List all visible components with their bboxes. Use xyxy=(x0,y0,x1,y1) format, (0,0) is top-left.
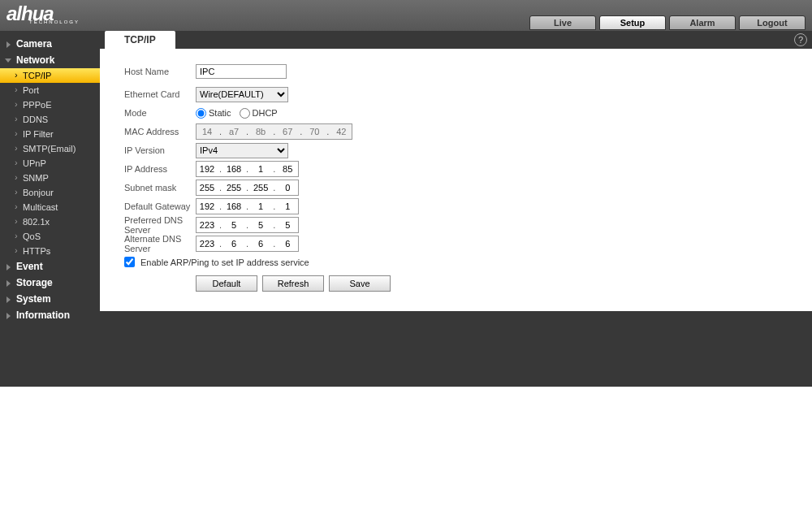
ip-oct-0[interactable] xyxy=(197,162,218,176)
tabbar: TCP/IP ? xyxy=(100,31,812,49)
ip-oct-1[interactable] xyxy=(223,162,244,176)
brand-name: alhua xyxy=(6,7,80,21)
nav-live[interactable]: Live xyxy=(529,15,596,30)
mode-dhcp-radio[interactable] xyxy=(240,108,250,119)
gw-oct-0[interactable] xyxy=(197,199,218,214)
sidebar-item-8021x[interactable]: 802.1x xyxy=(0,214,100,229)
ip-oct-3[interactable] xyxy=(277,162,298,176)
mac-oct-5 xyxy=(330,124,352,139)
topbar: alhua TECHNOLOGY Live Setup Alarm Logout xyxy=(0,0,812,31)
pdns-oct-3[interactable] xyxy=(277,218,298,232)
ip-group: ... xyxy=(196,161,299,177)
sidebar-item-https[interactable]: HTTPs xyxy=(0,244,100,258)
sidebar-item-snmp[interactable]: SNMP xyxy=(0,171,100,185)
sidebar-item-smtpemail[interactable]: SMTP(Email) xyxy=(0,141,100,156)
save-button[interactable]: Save xyxy=(329,275,391,292)
adns-oct-0[interactable] xyxy=(197,236,218,251)
sidebar: Camera Network TCP/IPPortPPPoEDDNSIP Fil… xyxy=(0,31,100,387)
pdns-oct-1[interactable] xyxy=(223,218,244,232)
label-dhcp: DHCP xyxy=(253,108,278,118)
hostname-input[interactable] xyxy=(196,64,287,79)
nav-alarm[interactable]: Alarm xyxy=(669,15,736,30)
main: Camera Network TCP/IPPortPPPoEDDNSIP Fil… xyxy=(0,31,812,387)
gw-group: ... xyxy=(196,198,299,214)
content-wrap: TCP/IP ? Host Name Ethernet Card Wire(DE… xyxy=(100,31,812,387)
sidebar-storage[interactable]: Storage xyxy=(0,275,100,291)
sidebar-network[interactable]: Network xyxy=(0,52,100,68)
sidebar-item-upnp[interactable]: UPnP xyxy=(0,156,100,171)
mask-oct-0[interactable] xyxy=(197,180,218,195)
mask-oct-3[interactable] xyxy=(277,180,298,195)
arp-checkbox[interactable] xyxy=(124,257,135,267)
label-ipaddr: IP Address xyxy=(124,164,196,174)
sidebar-item-port[interactable]: Port xyxy=(0,83,100,97)
sidebar-event[interactable]: Event xyxy=(0,258,100,275)
adns-oct-2[interactable] xyxy=(250,236,271,251)
sidebar-item-ipfilter[interactable]: IP Filter xyxy=(0,127,100,141)
label-mode: Mode xyxy=(124,108,196,118)
mask-oct-1[interactable] xyxy=(223,180,244,195)
ipver-select[interactable]: IPv4 xyxy=(196,143,288,158)
ethcard-select[interactable]: Wire(DEFAULT) xyxy=(196,87,288,102)
tab-tcpip[interactable]: TCP/IP xyxy=(105,31,175,49)
label-hostname: Host Name xyxy=(124,67,196,76)
adns-oct-3[interactable] xyxy=(277,236,298,251)
sidebar-item-bonjour[interactable]: Bonjour xyxy=(0,185,100,200)
adns-group: ... xyxy=(196,236,299,252)
label-mac: MAC Address xyxy=(124,127,196,136)
sidebar-item-multicast[interactable]: Multicast xyxy=(0,200,100,214)
pdns-oct-2[interactable] xyxy=(250,218,271,232)
sidebar-information[interactable]: Information xyxy=(0,307,100,323)
nav-logout[interactable]: Logout xyxy=(739,15,806,30)
pdns-group: ... xyxy=(196,217,299,233)
label-pdns: Preferred DNS Server xyxy=(124,215,196,235)
sidebar-item-pppoe[interactable]: PPPoE xyxy=(0,97,100,112)
ip-oct-2[interactable] xyxy=(250,162,271,176)
sidebar-item-qos[interactable]: QoS xyxy=(0,229,100,244)
top-nav: Live Setup Alarm Logout xyxy=(529,1,806,30)
brand-sub: TECHNOLOGY xyxy=(29,20,80,24)
label-subnet: Subnet mask xyxy=(124,183,196,193)
help-icon[interactable]: ? xyxy=(794,33,807,46)
label-arp: Enable ARP/Ping to set IP address servic… xyxy=(140,258,309,267)
content: Host Name Ethernet Card Wire(DEFAULT) Mo… xyxy=(100,49,812,311)
label-gateway: Default Gateway xyxy=(124,201,196,211)
sidebar-item-tcpip[interactable]: TCP/IP xyxy=(0,68,100,83)
mask-oct-2[interactable] xyxy=(250,180,271,195)
gw-oct-1[interactable] xyxy=(223,199,244,214)
mac-oct-4 xyxy=(304,124,325,139)
sidebar-item-ddns[interactable]: DDNS xyxy=(0,112,100,127)
mac-oct-2 xyxy=(250,124,271,139)
mac-oct-1 xyxy=(223,124,244,139)
gw-oct-3[interactable] xyxy=(277,199,298,214)
pdns-oct-0[interactable] xyxy=(197,218,218,232)
mac-oct-0 xyxy=(197,124,218,139)
label-ethcard: Ethernet Card xyxy=(124,89,196,99)
gw-oct-2[interactable] xyxy=(250,199,271,214)
default-button[interactable]: Default xyxy=(196,275,257,292)
label-adns: Alternate DNS Server xyxy=(124,234,196,253)
label-static: Static xyxy=(209,108,231,118)
adns-oct-1[interactable] xyxy=(223,236,244,251)
sidebar-system[interactable]: System xyxy=(0,291,100,307)
mac-oct-3 xyxy=(277,124,298,139)
brand-logo: alhua TECHNOLOGY xyxy=(6,7,80,24)
sidebar-camera[interactable]: Camera xyxy=(0,36,100,52)
refresh-button[interactable]: Refresh xyxy=(262,275,324,292)
mode-static-radio[interactable] xyxy=(196,108,206,119)
label-ipver: IP Version xyxy=(124,145,196,155)
nav-setup[interactable]: Setup xyxy=(599,15,666,30)
mac-group: ..... xyxy=(196,123,352,140)
mask-group: ... xyxy=(196,180,299,196)
